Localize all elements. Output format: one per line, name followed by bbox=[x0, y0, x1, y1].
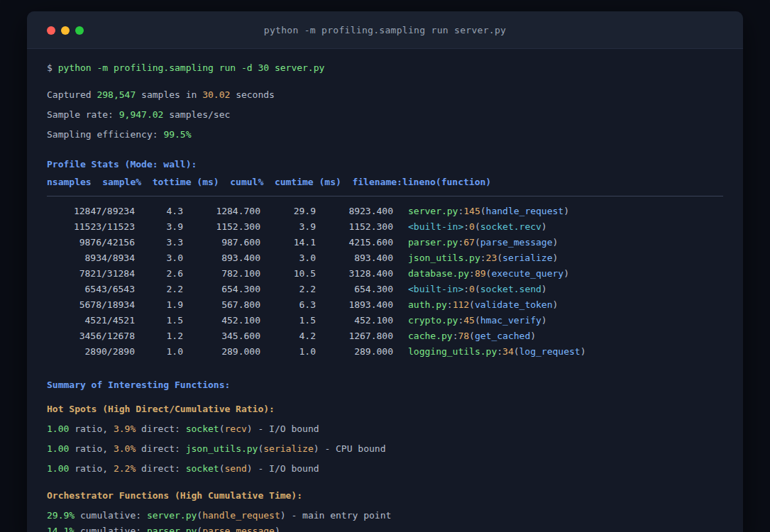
table-cell: 1.5 bbox=[135, 313, 183, 328]
hot-spot-line: 1.00 ratio, 3.9% direct: socket(recv) - … bbox=[47, 419, 723, 439]
function-location: auth.py:112(validate_token) bbox=[408, 297, 558, 313]
text-segment: <built-in> bbox=[408, 284, 463, 294]
text-segment: json_utils.py bbox=[186, 443, 258, 454]
table-cell: 654.300 bbox=[183, 282, 260, 297]
text-segment: samples/sec bbox=[163, 109, 230, 120]
text-segment: crypto.py bbox=[408, 315, 458, 326]
text-segment: 29.9% bbox=[47, 510, 75, 521]
text-segment: ( bbox=[514, 346, 519, 357]
text-segment: ratio, bbox=[69, 443, 114, 454]
table-row: 6543/65432.2654.3002.2654.300<built-in>:… bbox=[47, 282, 723, 297]
function-location: crypto.py:45(hmac_verify) bbox=[408, 313, 547, 328]
text-segment: Sample rate: bbox=[47, 109, 119, 120]
text-segment: : bbox=[469, 268, 475, 279]
text-segment: json_utils.py bbox=[408, 253, 480, 263]
text-segment: python -m profiling.sampling run -d 30 s… bbox=[58, 62, 325, 73]
text-segment: parse_message bbox=[480, 237, 553, 248]
text-segment: ) bbox=[530, 331, 536, 341]
table-row: 2890/28901.0289.0001.0289.000logging_uti… bbox=[47, 344, 723, 360]
table-cell: 3456/12678 bbox=[47, 328, 135, 344]
sampling-efficiency-line: Sampling efficiency: 99.5% bbox=[47, 125, 723, 145]
text-segment: 30.02 bbox=[202, 89, 230, 100]
text-segment: ) bbox=[275, 526, 280, 532]
text-segment: server.py bbox=[408, 206, 458, 216]
text-segment: handle_request bbox=[202, 510, 280, 521]
text-segment: auth.py bbox=[408, 299, 447, 310]
hot-spot-line: 1.00 ratio, 3.0% direct: json_utils.py(s… bbox=[47, 439, 723, 459]
text-segment: recv bbox=[225, 423, 247, 434]
text-segment: ) bbox=[541, 221, 547, 232]
text-segment: ( bbox=[475, 237, 480, 248]
text-segment: socket.send bbox=[480, 284, 541, 294]
text-segment: send bbox=[225, 463, 247, 474]
table-row: 5678/189341.9567.8006.31893.400auth.py:1… bbox=[47, 297, 723, 313]
table-cell: 10.5 bbox=[260, 266, 316, 282]
table-cell: 289.000 bbox=[183, 344, 260, 360]
table-cell: 1267.800 bbox=[316, 328, 393, 344]
table-row: 7821/312842.6782.10010.53128.400database… bbox=[47, 266, 723, 282]
text-segment: execute_query bbox=[491, 268, 563, 279]
window-controls bbox=[47, 11, 84, 49]
text-segment: - CPU bound bbox=[319, 443, 386, 454]
text-segment: socket.recv bbox=[480, 221, 541, 232]
text-segment: serialize bbox=[263, 443, 313, 454]
function-location: json_utils.py:23(serialize) bbox=[408, 250, 558, 266]
minimize-button[interactable] bbox=[61, 26, 70, 35]
text-segment: Captured bbox=[47, 89, 97, 100]
text-segment: ) bbox=[563, 206, 569, 216]
text-segment: serialize bbox=[502, 253, 552, 263]
table-cell: 4215.600 bbox=[316, 235, 393, 250]
table-cell: 8934/8934 bbox=[47, 250, 135, 266]
table-cell: 2.6 bbox=[135, 266, 183, 282]
text-segment: log_request bbox=[519, 346, 581, 357]
table-cell: 4.2 bbox=[260, 328, 316, 344]
stats-table-body: 12847/892344.31284.70029.98923.400server… bbox=[47, 204, 723, 360]
table-cell: 1.9 bbox=[135, 297, 183, 313]
text-segment: - I/O bound bbox=[253, 423, 319, 434]
table-cell: 2.2 bbox=[260, 282, 316, 297]
table-cell: 3.9 bbox=[260, 219, 316, 235]
text-segment: direct: bbox=[136, 423, 185, 434]
text-segment: ( bbox=[475, 315, 480, 326]
table-row: 8934/89343.0893.4003.0893.400json_utils.… bbox=[47, 250, 723, 266]
table-cell: 6.3 bbox=[260, 297, 316, 313]
text-segment: - I/O bound bbox=[253, 463, 319, 474]
text-segment: ( bbox=[475, 221, 480, 232]
text-segment: 67 bbox=[463, 237, 475, 248]
table-cell: 4.3 bbox=[135, 204, 183, 219]
table-cell: 7821/31284 bbox=[47, 266, 135, 282]
text-segment: server.py bbox=[147, 510, 197, 521]
close-button[interactable] bbox=[47, 26, 55, 35]
table-cell: 1152.300 bbox=[316, 219, 393, 235]
table-cell: 289.000 bbox=[316, 344, 393, 360]
table-cell: 567.800 bbox=[183, 297, 260, 313]
text-segment: ( bbox=[219, 423, 225, 434]
table-cell: 3128.400 bbox=[316, 266, 393, 282]
text-segment: $ bbox=[47, 62, 58, 73]
table-cell: 9876/42156 bbox=[47, 235, 135, 250]
text-segment: ) bbox=[541, 315, 547, 326]
function-location: <built-in>:0(socket.recv) bbox=[408, 219, 547, 235]
table-cell: 1284.700 bbox=[183, 204, 260, 219]
table-cell: 1893.400 bbox=[316, 297, 393, 313]
table-cell: 452.100 bbox=[183, 313, 260, 328]
text-segment: 1.00 bbox=[47, 423, 69, 434]
text-segment: 2.2% bbox=[114, 463, 136, 474]
text-segment: : bbox=[463, 221, 469, 232]
maximize-button[interactable] bbox=[75, 26, 84, 35]
stats-columns-header: nsamples sample% tottime (ms) cumul% cum… bbox=[47, 174, 723, 190]
text-segment: ) bbox=[563, 268, 569, 279]
table-cell: 3.0 bbox=[260, 250, 316, 266]
text-segment: ) bbox=[541, 284, 547, 294]
text-segment: 78 bbox=[458, 331, 469, 341]
text-segment: ( bbox=[475, 284, 480, 294]
terminal-output[interactable]: $ python -m profiling.sampling run -d 30… bbox=[27, 49, 743, 532]
table-cell: 11523/11523 bbox=[47, 219, 135, 235]
text-segment: 1.00 bbox=[47, 443, 69, 454]
terminal-titlebar[interactable]: python -m profiling.sampling run server.… bbox=[27, 11, 743, 49]
function-location: cache.py:78(get_cached) bbox=[408, 328, 536, 344]
table-cell: 3.9 bbox=[135, 219, 183, 235]
table-cell: 987.600 bbox=[183, 235, 260, 250]
text-segment: ( bbox=[469, 331, 475, 341]
text-segment: hmac_verify bbox=[480, 315, 541, 326]
